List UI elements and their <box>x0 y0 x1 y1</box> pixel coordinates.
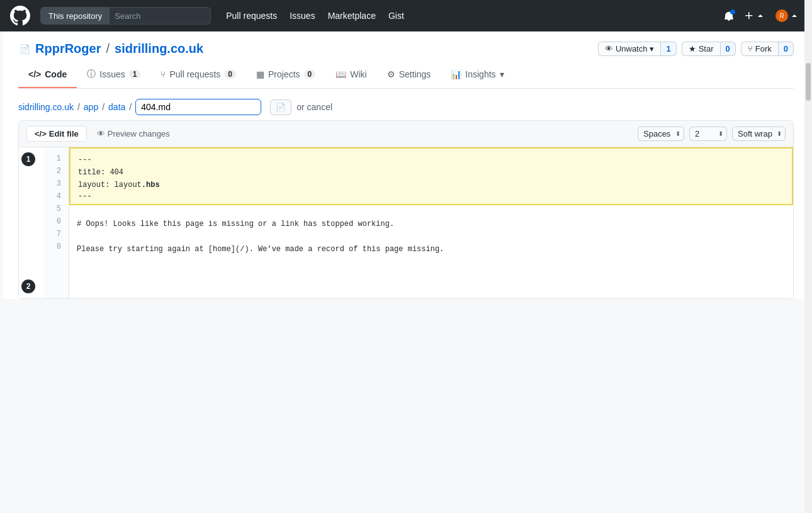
conflict-marker-2: 2 <box>21 279 35 293</box>
repo-name-link[interactable]: sidrilling.co.uk <box>115 42 203 56</box>
breadcrumb-app[interactable]: app <box>84 102 98 112</box>
tab-insights-label: Insights <box>465 69 495 79</box>
star-group: ★ Star 0 <box>682 42 736 56</box>
tab-issues-label: Issues <box>99 69 125 79</box>
code-line-6: # Oops! Looks like this page is missing … <box>77 218 786 230</box>
scrollbar[interactable] <box>804 0 812 314</box>
editor-tabs: </> Edit file 👁 Preview changes <box>26 126 178 142</box>
repo-selector[interactable]: This repository <box>40 7 211 25</box>
code-line-5 <box>77 205 786 218</box>
file-action-button[interactable]: 📄 <box>270 99 291 115</box>
notifications-button[interactable] <box>721 8 736 23</box>
tab-pr-label: Pull requests <box>169 69 220 79</box>
code-line-4: --- <box>78 191 784 204</box>
insights-icon: 📊 <box>451 69 461 79</box>
tab-pull-requests[interactable]: ⑂ Pull requests 0 <box>150 62 246 88</box>
create-button[interactable] <box>742 8 768 23</box>
line-num-4: 4 <box>44 190 69 203</box>
filename-input[interactable] <box>135 99 261 115</box>
avatar: R <box>775 9 788 22</box>
fork-icon: ⑂ <box>748 44 753 54</box>
header-nav: Pull requests Issues Marketplace Gist <box>226 11 404 21</box>
star-count: 0 <box>721 42 736 56</box>
line-num-6: 6 <box>44 215 69 228</box>
cancel-link[interactable]: or cancel <box>296 102 332 112</box>
line-numbers: 1 2 3 4 5 6 7 8 <box>44 147 69 298</box>
nav-issues[interactable]: Issues <box>290 11 315 21</box>
repo-label[interactable]: This repository <box>41 8 110 24</box>
editor-container: </> Edit file 👁 Preview changes Spaces 2 <box>18 120 794 299</box>
notification-dot <box>730 9 735 14</box>
preview-label: Preview changes <box>108 129 170 138</box>
star-label: Star <box>699 44 714 54</box>
watch-group: 👁 Unwatch ▾ 1 <box>598 42 677 56</box>
edit-file-label: Edit file <box>49 129 79 138</box>
issues-badge: 1 <box>129 70 141 79</box>
breadcrumb-root[interactable]: sidrilling.co.uk <box>18 102 74 112</box>
tab-issues[interactable]: ⓘ Issues 1 <box>77 61 150 89</box>
fork-button[interactable]: ⑂ Fork <box>741 42 779 56</box>
breadcrumb-sep2: / <box>102 102 104 112</box>
issue-icon: ⓘ <box>87 69 96 80</box>
repo-tabs: </> Code ⓘ Issues 1 ⑂ Pull requests 0 ▦ … <box>18 61 794 89</box>
star-icon: ★ <box>689 44 696 54</box>
tab-code[interactable]: </> Code <box>18 62 77 88</box>
repo-actions: 👁 Unwatch ▾ 1 ★ Star 0 ⑂ Fork 0 <box>598 42 794 56</box>
conflict-marker-1: 1 <box>21 152 35 166</box>
line-num-8: 8 <box>44 240 69 253</box>
indent-select[interactable]: 2 <box>689 127 727 141</box>
editor-toolbar: </> Edit file 👁 Preview changes Spaces 2 <box>19 121 793 147</box>
file-icon: 📄 <box>276 103 286 112</box>
spaces-select[interactable]: Spaces <box>638 127 684 141</box>
tab-wiki[interactable]: 📖 Wiki <box>325 62 376 88</box>
tab-projects-label: Projects <box>268 69 300 79</box>
soft-wrap-select[interactable]: Soft wrap <box>732 127 786 141</box>
indent-select-wrapper: 2 <box>689 127 727 141</box>
chevron-down-icon: ▾ <box>500 69 504 79</box>
code-content[interactable]: --- title: 404 layout: layout.hbs --- # … <box>69 147 793 298</box>
repo-header: 📄 RpprRoger / sidrilling.co.uk 👁 Unwatch… <box>18 31 794 56</box>
scrollbar-thumb[interactable] <box>806 63 811 101</box>
breadcrumb-data[interactable]: data <box>108 102 125 112</box>
line-num-7: 7 <box>44 228 69 240</box>
nav-marketplace[interactable]: Marketplace <box>328 11 376 21</box>
eye-icon: 👁 <box>605 44 613 54</box>
pr-badge: 0 <box>224 70 236 79</box>
fork-count: 0 <box>779 42 794 56</box>
repo-separator: / <box>106 42 110 56</box>
breadcrumb: sidrilling.co.uk / app / data / 📄 or can… <box>18 89 794 120</box>
avatar-button[interactable]: R <box>773 7 802 25</box>
watch-button[interactable]: 👁 Unwatch ▾ <box>598 42 662 56</box>
repo-owner-link[interactable]: RpprRoger <box>35 42 101 56</box>
code-editor: 1 2 1 2 3 4 5 6 7 8 --- title: 404 layou… <box>19 147 793 298</box>
github-logo[interactable] <box>10 6 30 26</box>
breadcrumb-sep1: / <box>77 102 80 112</box>
soft-wrap-select-wrapper: Soft wrap <box>732 127 786 141</box>
line-num-3: 3 <box>44 178 69 190</box>
tab-insights[interactable]: 📊 Insights ▾ <box>441 62 514 88</box>
code-line-2: title: 404 <box>78 166 784 179</box>
breadcrumb-actions: 📄 or cancel <box>270 99 332 115</box>
tab-edit-file[interactable]: </> Edit file <box>26 126 87 142</box>
pr-icon: ⑂ <box>161 69 166 79</box>
nav-pull-requests[interactable]: Pull requests <box>226 11 277 21</box>
fork-group: ⑂ Fork 0 <box>741 42 794 56</box>
tab-preview-changes[interactable]: 👁 Preview changes <box>89 127 178 141</box>
code-line-3: layout: layout.hbs <box>78 179 784 191</box>
editor-toolbar-right: Spaces 2 Soft wrap <box>638 127 786 141</box>
header-icons: R <box>721 7 802 25</box>
nav-gist[interactable]: Gist <box>388 11 404 21</box>
tab-settings[interactable]: ⚙ Settings <box>377 62 441 88</box>
breadcrumb-sep3: / <box>129 102 132 112</box>
star-button[interactable]: ★ Star <box>682 42 721 56</box>
fork-label: Fork <box>755 44 772 54</box>
tab-projects[interactable]: ▦ Projects 0 <box>246 62 325 88</box>
repo-icon: 📄 <box>20 44 30 54</box>
project-icon: ▦ <box>256 69 264 79</box>
edit-code-icon: </> <box>35 129 47 138</box>
conflict-markers: 1 2 <box>19 147 44 298</box>
wiki-icon: 📖 <box>336 69 346 79</box>
search-input[interactable] <box>110 11 210 21</box>
preview-eye-icon: 👁 <box>97 129 105 138</box>
code-icon: </> <box>28 69 41 79</box>
